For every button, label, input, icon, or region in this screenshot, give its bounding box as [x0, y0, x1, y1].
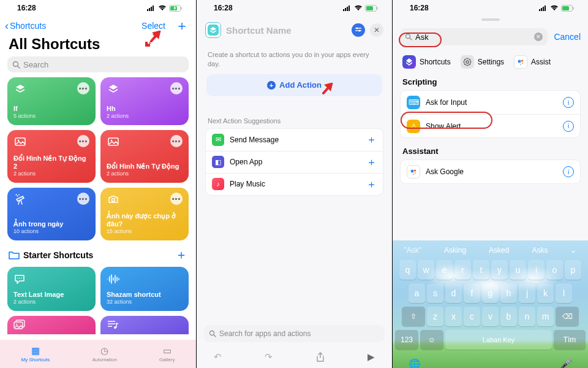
select-button[interactable]: Select: [141, 21, 165, 31]
key-a[interactable]: a: [409, 283, 425, 303]
redo-button[interactable]: ↷: [265, 351, 273, 362]
key-j[interactable]: j: [519, 283, 535, 303]
info-icon[interactable]: i: [563, 121, 574, 132]
nav-bar: ‹ Shortcuts Select ＋: [0, 16, 196, 33]
key-s[interactable]: s: [427, 283, 443, 303]
suggestion-item[interactable]: ♪ Play Music ＋: [206, 173, 383, 195]
action-show-alert[interactable]: ⚠ Show Alert i: [401, 114, 580, 137]
key-n[interactable]: n: [519, 307, 535, 326]
more-icon[interactable]: •••: [170, 193, 183, 205]
run-button[interactable]: ▶: [368, 351, 375, 362]
svg-rect-0: [147, 9, 148, 11]
suggestion-item[interactable]: ◧ Open App ＋: [206, 151, 383, 173]
suggestion-item[interactable]: ✉ Send Message ＋: [206, 129, 383, 151]
info-icon[interactable]: i: [563, 166, 574, 177]
sheet-handle[interactable]: [481, 18, 500, 21]
kb-suggestion[interactable]: "Ask": [404, 246, 422, 255]
key-e[interactable]: e: [436, 260, 453, 280]
shortcut-card[interactable]: [7, 316, 96, 334]
numbers-key[interactable]: 123: [395, 330, 418, 350]
shortcut-name-input[interactable]: Shortcut Name: [226, 25, 347, 36]
more-icon[interactable]: •••: [77, 135, 89, 147]
playlist-icon: [107, 320, 183, 329]
key-r[interactable]: r: [454, 260, 471, 280]
more-icon[interactable]: •••: [77, 82, 89, 94]
shortcut-card[interactable]: ••• Ảnh trong ngày10 actions: [7, 188, 96, 240]
key-z[interactable]: z: [427, 307, 443, 326]
key-u[interactable]: u: [510, 260, 526, 280]
app-chip-shortcuts[interactable]: Shortcuts: [402, 55, 451, 69]
more-icon[interactable]: •••: [170, 82, 183, 94]
tab-my-shortcuts[interactable]: ▦ My Shortcuts: [21, 345, 50, 362]
more-icon[interactable]: •••: [170, 135, 183, 147]
search-input[interactable]: Ask ✕: [400, 28, 548, 45]
kb-suggestion[interactable]: Asks: [532, 246, 548, 255]
search-icon: [405, 33, 412, 40]
app-chip-settings[interactable]: Settings: [461, 55, 504, 69]
key-i[interactable]: i: [528, 260, 545, 280]
shortcut-card[interactable]: ••• Đổi Hình Nền Tự Động 22 actions: [7, 130, 96, 183]
shortcut-card[interactable]: ••• If5 actions: [7, 77, 96, 125]
key-g[interactable]: g: [482, 283, 499, 303]
space-key[interactable]: Laban Key: [445, 330, 552, 350]
key-w[interactable]: w: [418, 260, 434, 280]
action-ask-for-input[interactable]: ⌨ Ask for Input i: [401, 91, 580, 114]
key-m[interactable]: m: [537, 307, 554, 326]
kb-suggestion[interactable]: Asked: [489, 246, 509, 255]
kb-dismiss-icon[interactable]: ⌄: [570, 246, 576, 255]
kb-suggestion[interactable]: Asking: [444, 246, 466, 255]
svg-rect-30: [377, 7, 379, 9]
clear-icon[interactable]: ✕: [534, 33, 543, 41]
action-ask-google[interactable]: Ask Google i: [401, 160, 580, 183]
key-q[interactable]: q: [399, 260, 416, 280]
share-button[interactable]: [316, 352, 325, 362]
close-button[interactable]: ✕: [370, 23, 383, 37]
key-d[interactable]: d: [445, 283, 462, 303]
add-action-button[interactable]: + Add Action: [206, 74, 382, 96]
action-search-input[interactable]: Search for apps and actions: [204, 325, 385, 342]
shortcut-card[interactable]: [100, 316, 189, 334]
backspace-key[interactable]: ⌫: [556, 307, 579, 326]
more-icon[interactable]: •••: [77, 193, 89, 205]
mic-key[interactable]: 🎤: [560, 358, 572, 369]
options-button[interactable]: [352, 23, 365, 37]
key-p[interactable]: p: [565, 260, 581, 280]
globe-key[interactable]: 🌐: [409, 358, 421, 369]
key-l[interactable]: l: [556, 283, 572, 303]
search-key[interactable]: Tìm: [554, 330, 586, 350]
add-icon[interactable]: ＋: [366, 155, 377, 169]
back-button[interactable]: ‹ Shortcuts: [5, 20, 46, 33]
key-x[interactable]: x: [445, 307, 462, 326]
shortcut-logo[interactable]: [205, 22, 221, 38]
shortcut-card[interactable]: Text Last Image2 actions: [7, 267, 96, 311]
svg-rect-3: [153, 6, 154, 11]
shift-key[interactable]: ⇧: [402, 307, 425, 326]
key-b[interactable]: b: [500, 307, 517, 326]
shortcut-card[interactable]: ••• Ảnh này được chụp ở đâu?15 actions: [100, 188, 189, 240]
undo-button[interactable]: ↶: [214, 351, 222, 362]
shortcut-card[interactable]: Shazam shortcut32 actions: [100, 267, 189, 311]
key-h[interactable]: h: [500, 283, 517, 303]
key-y[interactable]: y: [491, 260, 508, 280]
shortcut-card[interactable]: ••• Đổi Hình Nền Tự Động2 actions: [100, 130, 189, 183]
tab-automation[interactable]: ◷ Automation: [92, 345, 116, 362]
search-input[interactable]: Search: [7, 56, 189, 72]
add-starter-button[interactable]: ＋: [175, 247, 187, 263]
tab-gallery[interactable]: ▭ Gallery: [159, 345, 175, 362]
add-shortcut-button[interactable]: ＋: [175, 19, 189, 33]
cancel-button[interactable]: Cancel: [554, 32, 581, 42]
camera-icon: [107, 193, 120, 206]
shortcut-card[interactable]: ••• Hh2 actions: [100, 77, 189, 125]
key-v[interactable]: v: [482, 307, 499, 326]
key-f[interactable]: f: [464, 283, 480, 303]
emoji-key[interactable]: ☺: [420, 330, 443, 350]
add-icon[interactable]: ＋: [366, 132, 377, 147]
add-icon[interactable]: ＋: [366, 177, 377, 191]
svg-rect-9: [15, 138, 25, 145]
key-c[interactable]: c: [464, 307, 480, 326]
app-chip-assistant[interactable]: Assist: [514, 55, 551, 69]
key-t[interactable]: t: [473, 260, 489, 280]
info-icon[interactable]: i: [563, 97, 574, 108]
key-o[interactable]: o: [546, 260, 563, 280]
key-k[interactable]: k: [537, 283, 554, 303]
